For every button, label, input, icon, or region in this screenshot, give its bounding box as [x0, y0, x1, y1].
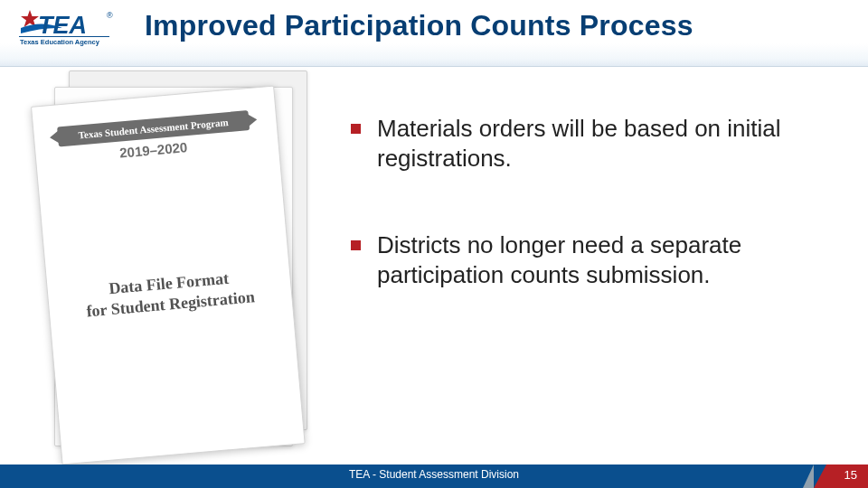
footer-accent-gray: [803, 465, 814, 488]
header-bar: TEA ® Texas Education Agency Improved Pa…: [0, 0, 868, 67]
footer-accent-diag: [814, 465, 826, 488]
bullet-icon: [351, 240, 361, 250]
footer-text: TEA - Student Assessment Division: [0, 468, 868, 481]
list-item: Districts no longer need a separate part…: [351, 230, 850, 291]
bullet-list: Materials orders will be based on initia…: [351, 114, 850, 346]
slide-title: Improved Participation Counts Process: [145, 9, 693, 42]
page-number: 15: [844, 468, 857, 482]
bullet-text: Materials orders will be based on initia…: [377, 114, 850, 174]
document-illustration: Texas Student Assessment Program 2019–20…: [27, 70, 316, 445]
bullet-text: Districts no longer need a separate part…: [377, 230, 850, 291]
page-front: Texas Student Assessment Program 2019–20…: [31, 85, 306, 465]
svg-text:Texas Education Agency: Texas Education Agency: [20, 38, 100, 46]
footer-bar: TEA - Student Assessment Division 15: [0, 465, 868, 488]
svg-rect-3: [19, 36, 109, 37]
list-item: Materials orders will be based on initia…: [351, 114, 850, 174]
doc-title: Data File Format for Student Registratio…: [69, 265, 270, 323]
page-number-wrap: 15: [796, 465, 868, 488]
bullet-icon: [351, 124, 361, 134]
tea-logo: TEA ® Texas Education Agency: [16, 7, 116, 57]
svg-text:®: ®: [107, 11, 113, 20]
svg-text:TEA: TEA: [38, 12, 87, 39]
